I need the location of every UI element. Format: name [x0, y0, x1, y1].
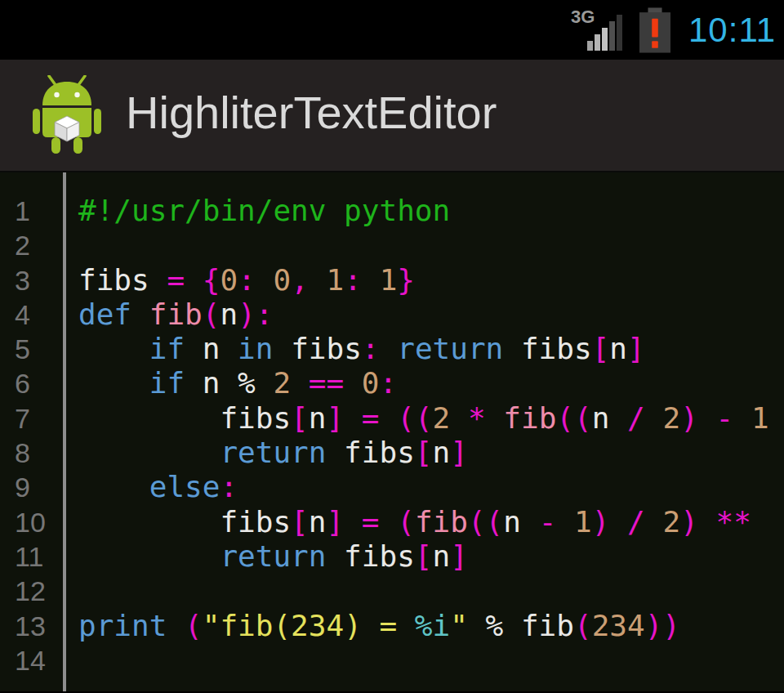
- line-number-gutter: 1234567891011121314: [0, 172, 63, 691]
- app-title: HighliterTextEditor: [126, 90, 497, 141]
- code-line: def fib(n):: [78, 297, 784, 332]
- line-number: 5: [15, 332, 63, 366]
- cellular-signal-icon: 3G: [571, 8, 625, 52]
- line-number: 10: [15, 505, 63, 539]
- code-line: [78, 574, 784, 608]
- line-number: 7: [15, 401, 63, 436]
- code-line: if n in fibs: return fibs[n]: [78, 332, 784, 366]
- code-line: [78, 643, 784, 677]
- code-line: #!/usr/bin/env python: [78, 194, 784, 228]
- code-line: fibs[n] = (fib((n - 1) / 2) **: [78, 505, 784, 539]
- status-clock: 10:11: [688, 13, 776, 47]
- line-number: 3: [15, 263, 63, 297]
- code-line: else:: [78, 470, 784, 504]
- code-editor[interactable]: 1234567891011121314 #!/usr/bin/env pytho…: [0, 172, 784, 691]
- android-screen: 3G 10:11: [0, 0, 784, 693]
- signal-bars-icon: [587, 13, 625, 51]
- line-number: 2: [15, 228, 63, 262]
- code-line: return fibs[n]: [78, 539, 784, 574]
- line-number: 1: [15, 194, 63, 228]
- line-number: 14: [15, 643, 63, 677]
- android-robot-app-icon: [33, 75, 101, 155]
- status-bar: 3G 10:11: [0, 0, 784, 60]
- line-number: 9: [15, 470, 63, 504]
- line-number: 4: [15, 297, 63, 332]
- action-bar: HighliterTextEditor: [0, 60, 784, 172]
- line-number: 12: [15, 574, 63, 608]
- line-number: 13: [15, 609, 63, 643]
- line-number: 6: [15, 366, 63, 400]
- code-line: fibs[n] = ((2 * fib((n / 2) - 1: [78, 401, 784, 436]
- code-line: fibs = {0: 0, 1: 1}: [78, 263, 784, 297]
- code-content[interactable]: #!/usr/bin/env pythonfibs = {0: 0, 1: 1}…: [66, 172, 784, 691]
- battery-low-icon: [639, 7, 670, 53]
- code-line: print ("fib(234) = %i" % fib(234)): [78, 609, 784, 643]
- code-line: [78, 228, 784, 262]
- line-number: 11: [15, 539, 63, 574]
- code-line: if n % 2 == 0:: [78, 366, 784, 400]
- line-number: 8: [15, 436, 63, 470]
- code-line: return fibs[n]: [78, 436, 784, 470]
